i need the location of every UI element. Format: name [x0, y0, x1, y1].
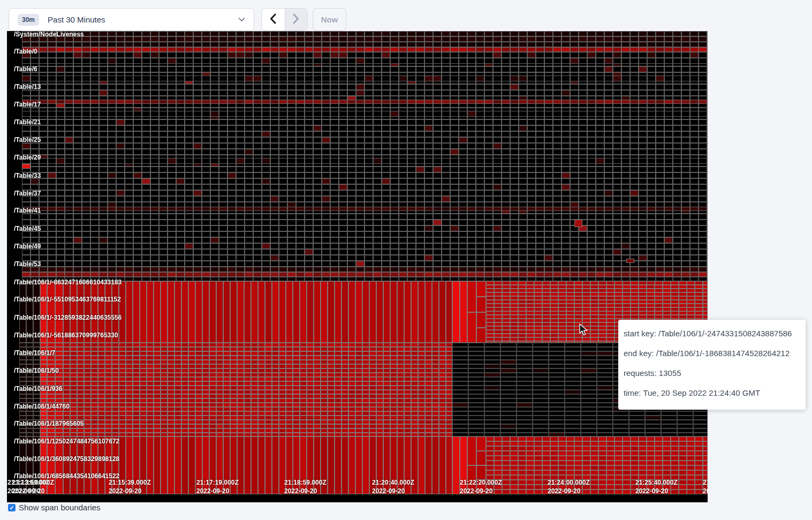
time-tick: 21:13:59.000Z2022-09-20: [12, 478, 54, 495]
time-tick: 21:17:19.000Z2022-09-20: [196, 478, 239, 495]
row-label: /Table/53: [14, 260, 41, 268]
show-span-boundaries-checkbox[interactable]: ✓: [8, 504, 16, 511]
row-label: /Table/29: [14, 154, 41, 162]
row-label: /Table/45: [14, 225, 41, 233]
row-label: /Table/106/1/1250247484756107672: [14, 438, 119, 446]
key-visualizer-page: 30m Past 30 Minutes Now /System/NodeLive…: [0, 0, 812, 520]
row-label: /Table/17: [14, 101, 41, 109]
row-label: /Table/41: [14, 207, 41, 215]
mouse-cursor: [579, 323, 591, 338]
time-tick: 21:27:20.000Z2022-09-20: [703, 478, 708, 495]
time-range-badge: 30m: [18, 14, 39, 26]
row-label: /Table/106/1/3608924758329898128: [14, 455, 119, 463]
row-label: /Table/106/1/-5510953463769811152: [14, 296, 121, 304]
row-label: /Table/106/1/936: [14, 385, 63, 393]
time-range-select[interactable]: 30m Past 30 Minutes: [9, 8, 254, 31]
row-label: /System/NodeLiveness: [14, 31, 84, 39]
row-label: /Table/106/1/44760: [14, 403, 70, 411]
heatmap-canvas[interactable]: [7, 31, 708, 502]
time-range-label: Past 30 Minutes: [48, 15, 105, 24]
time-tick: 21:24:00.000Z2022-09-20: [548, 478, 590, 495]
tooltip-line: requests: 13055: [624, 368, 800, 378]
time-tick: 21:20:40.000Z2022-09-20: [372, 478, 414, 495]
row-label: /Table/49: [14, 243, 41, 251]
row-label: /Table/106/1/-561886370999765330: [14, 331, 118, 340]
row-label: /Table/106/1/7: [14, 349, 55, 357]
time-nav-group: [261, 8, 308, 31]
row-label: /Table/13: [14, 83, 41, 91]
key-visualizer-chart[interactable]: /System/NodeLiveness/Table/0/Table/6/Tab…: [7, 31, 708, 502]
show-span-boundaries-row: ✓ Show span boundaries: [8, 503, 101, 512]
row-label: /Table/0: [14, 48, 37, 56]
now-button[interactable]: Now: [313, 8, 346, 31]
forward-button[interactable]: [285, 9, 307, 31]
tooltip-line: start key: /Table/106/1/-247433150824388…: [624, 328, 800, 338]
row-label: /Table/106/1/-8632471606610433183: [14, 278, 122, 287]
time-tick: 21:22:20.000Z2022-09-20: [460, 478, 502, 495]
tooltip-line: time: Tue, 20 Sep 2022 21:24:40 GMT: [624, 388, 800, 398]
chevron-right-icon: [292, 13, 300, 26]
row-label: /Table/21: [14, 118, 41, 126]
time-tick: 21:25:40.000Z2022-09-20: [635, 478, 678, 495]
row-label: /Table/6: [14, 65, 37, 73]
chevron-down-icon: [238, 17, 245, 22]
chevron-left-icon: [269, 13, 277, 26]
row-label: /Table/25: [14, 136, 41, 144]
row-label: /Table/33: [14, 172, 41, 180]
row-label: /Table/106/1/-3128593822440635556: [14, 314, 122, 322]
time-tick: 21:15:39.000Z2022-09-20: [109, 478, 151, 495]
tooltip-line: end key: /Table/106/1/-18683814745282642…: [624, 348, 800, 358]
hover-tooltip: start key: /Table/106/1/-247433150824388…: [618, 320, 806, 410]
show-span-boundaries-label: Show span boundaries: [19, 503, 101, 512]
row-label: /Table/106/1/187965605: [14, 420, 84, 428]
back-button[interactable]: [262, 9, 285, 31]
row-label: /Table/37: [14, 190, 41, 198]
row-label: /Table/106/1/50: [14, 367, 59, 375]
time-tick: 21:18:59.000Z2022-09-20: [284, 478, 327, 495]
